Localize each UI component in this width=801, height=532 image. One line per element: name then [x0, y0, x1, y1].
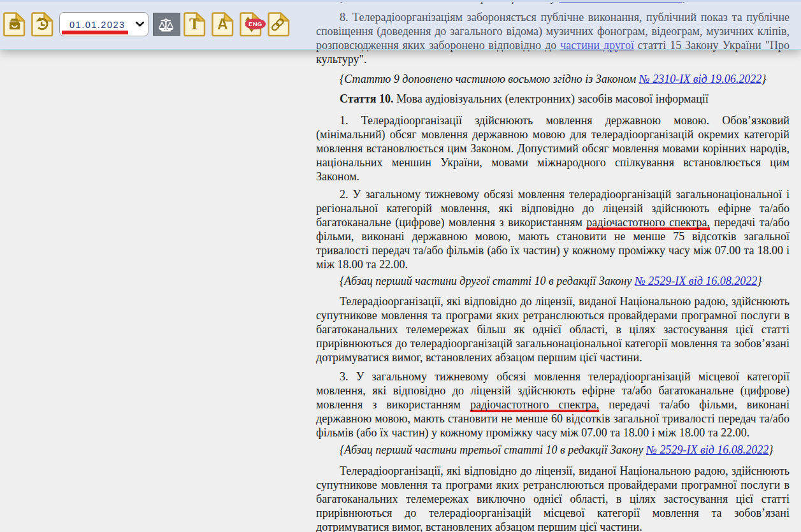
svg-text:T: T — [189, 15, 199, 32]
svg-text:A: A — [217, 16, 228, 32]
svg-text:ENG: ENG — [249, 20, 262, 27]
